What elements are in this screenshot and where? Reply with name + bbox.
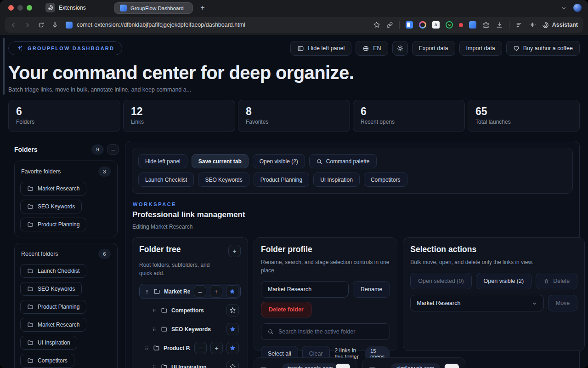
forward-button[interactable] — [24, 22, 31, 29]
chip-launch-checklist[interactable]: Launch Checklist — [138, 172, 194, 187]
microphone-button[interactable] — [51, 22, 58, 29]
reading-list-button[interactable] — [515, 21, 523, 29]
folder-profile-title: Folder profile — [261, 245, 390, 254]
open-selected-button[interactable]: Open selected (0) — [410, 273, 471, 289]
chip-seo-keywords[interactable]: SEO Keywords — [198, 172, 249, 187]
address-bar[interactable]: comet-extension://dfbnldabjfpafifcjgejek… — [5, 17, 583, 33]
add-root-folder-button[interactable]: + — [228, 245, 241, 257]
zoom-button[interactable] — [27, 5, 32, 11]
recent-folder-ui-inspiration[interactable]: UI Inspiration — [20, 336, 77, 350]
folder-icon — [153, 288, 160, 295]
tree-row-competitors[interactable]: Competitors — [146, 303, 241, 318]
delete-folder-button[interactable]: Delete folder — [261, 302, 311, 317]
assistant-label: Assistant — [552, 22, 578, 28]
collapse-folder-button[interactable]: – — [194, 342, 207, 354]
add-subfolder-button[interactable]: + — [210, 342, 223, 354]
import-data-button[interactable]: Import data — [459, 41, 502, 56]
chip-ui-inspiration[interactable]: UI Inspiration — [313, 172, 360, 187]
bookmark-star-button[interactable] — [373, 21, 380, 29]
tree-row-market-research[interactable]: Market Re... – + — [139, 284, 241, 299]
drag-handle-icon[interactable] — [152, 326, 157, 333]
buy-coffee-header-button[interactable]: Buy author a coffee — [506, 41, 580, 56]
rename-button[interactable]: Rename — [353, 281, 390, 298]
recent-folder-market-research[interactable]: Market Research — [20, 318, 86, 332]
favorite-star-button[interactable] — [226, 304, 239, 316]
link-card-trends-google[interactable]: trends.google.com 9 opens — [254, 357, 356, 368]
minimize-button[interactable] — [17, 5, 23, 11]
folder-search-input[interactable] — [278, 328, 384, 335]
recent-folder-competitors[interactable]: Competitors — [20, 354, 74, 368]
recent-folder-launch-checklist[interactable]: Launch Checklist — [20, 264, 86, 278]
url-text[interactable]: comet-extension://dfbnldabjfpafifcjgejek… — [77, 22, 245, 28]
link-more-button[interactable] — [335, 363, 351, 368]
drag-handle-icon[interactable] — [144, 288, 150, 295]
extension-icon-translate[interactable] — [406, 21, 413, 29]
extensions-page-chip[interactable]: Extensions — [45, 3, 86, 12]
delete-selected-button[interactable]: Delete — [536, 273, 577, 289]
sidebar-title: Folders — [14, 146, 38, 153]
collapse-folder-button[interactable]: – — [194, 285, 206, 298]
sidebar-folder-market-research[interactable]: Market Research — [20, 182, 86, 196]
extension-icon-a[interactable]: A — [432, 21, 440, 29]
open-visible-button[interactable]: Open visible (2) — [476, 273, 532, 289]
tab-groupflow-dashboard[interactable]: GroupFlow Dashboard — [114, 2, 193, 14]
drag-handle-icon[interactable] — [144, 345, 149, 351]
chip-competitors[interactable]: Competitors — [364, 172, 407, 187]
folder-tree-title: Folder tree — [139, 245, 181, 254]
back-button[interactable] — [10, 22, 17, 29]
reload-button[interactable] — [38, 22, 45, 29]
folder-search-box[interactable] — [261, 323, 390, 340]
recent-folders-title: Recent folders — [21, 251, 58, 257]
extension-icon-groupflow[interactable] — [469, 21, 476, 29]
favorite-star-button[interactable] — [226, 323, 239, 335]
selection-actions-panel: Selection actions Bulk move, open, and d… — [403, 237, 585, 351]
favorite-star-button[interactable] — [226, 342, 239, 354]
assistant-button[interactable]: Assistant — [542, 22, 578, 29]
extensions-puzzle-icon[interactable] — [482, 21, 490, 29]
drag-handle-icon[interactable] — [152, 364, 157, 368]
language-button[interactable]: EN — [356, 41, 388, 56]
move-button[interactable]: Move — [548, 295, 578, 311]
favorite-star-button[interactable] — [226, 361, 239, 368]
extension-icon-camera[interactable] — [419, 21, 426, 29]
link-more-button[interactable] — [444, 363, 459, 368]
sidebar-folder-seo-keywords[interactable]: SEO Keywords — [20, 200, 82, 213]
folder-name-input[interactable] — [261, 281, 349, 298]
tab-search-chevron-icon[interactable] — [561, 5, 567, 11]
new-tab-button[interactable]: + — [198, 4, 207, 12]
save-current-tab-button[interactable]: Save current tab — [192, 154, 249, 168]
collapse-folders-button[interactable]: – — [107, 144, 119, 155]
theme-toggle-button[interactable] — [392, 41, 408, 56]
link-domain[interactable]: trends.google.com — [282, 363, 339, 368]
link-card-similarweb[interactable]: similarweb.com 6 opens — [362, 357, 465, 368]
favorite-star-button[interactable] — [226, 285, 238, 298]
editing-status: Editing Market Research — [132, 224, 573, 230]
ws-hide-left-panel-button[interactable]: Hide left panel — [138, 154, 187, 168]
extension-icon-ai[interactable]: AI — [446, 21, 453, 29]
downloads-button[interactable] — [496, 21, 503, 29]
recording-indicator-icon[interactable] — [459, 23, 463, 27]
voice-waveform-button[interactable] — [529, 21, 536, 29]
tree-row-seo-keywords[interactable]: SEO Keywords — [146, 322, 241, 337]
chip-product-planning[interactable]: Product Planning — [254, 172, 309, 187]
close-button[interactable] — [8, 5, 14, 11]
export-data-button[interactable]: Export data — [412, 41, 455, 56]
tree-row-product-planning[interactable]: Product P... – + — [139, 340, 241, 356]
hide-left-panel-button[interactable]: Hide left panel — [290, 41, 351, 56]
move-target-select[interactable]: Market Research — [410, 295, 543, 311]
command-palette-button[interactable]: Command palette — [309, 154, 377, 168]
sidebar-folder-product-planning[interactable]: Product Planning — [20, 218, 86, 231]
divider — [399, 21, 400, 29]
recent-folder-seo-keywords[interactable]: SEO Keywords — [20, 282, 82, 296]
profile-avatar[interactable] — [573, 4, 582, 12]
scrollbar-thumb[interactable] — [3, 38, 5, 95]
stat-favorites: 8Favorites — [238, 100, 350, 132]
tree-row-ui-inspiration[interactable]: UI Inspiration — [146, 359, 241, 368]
ws-open-visible-button[interactable]: Open visible (2) — [253, 154, 305, 168]
add-subfolder-button[interactable]: + — [210, 285, 222, 298]
drag-handle-icon[interactable] — [152, 307, 157, 314]
link-domain[interactable]: similarweb.com — [391, 363, 440, 368]
recent-folder-product-planning[interactable]: Product Planning — [20, 300, 86, 314]
ellipsis-icon — [340, 367, 346, 368]
copy-link-button[interactable] — [386, 22, 393, 29]
